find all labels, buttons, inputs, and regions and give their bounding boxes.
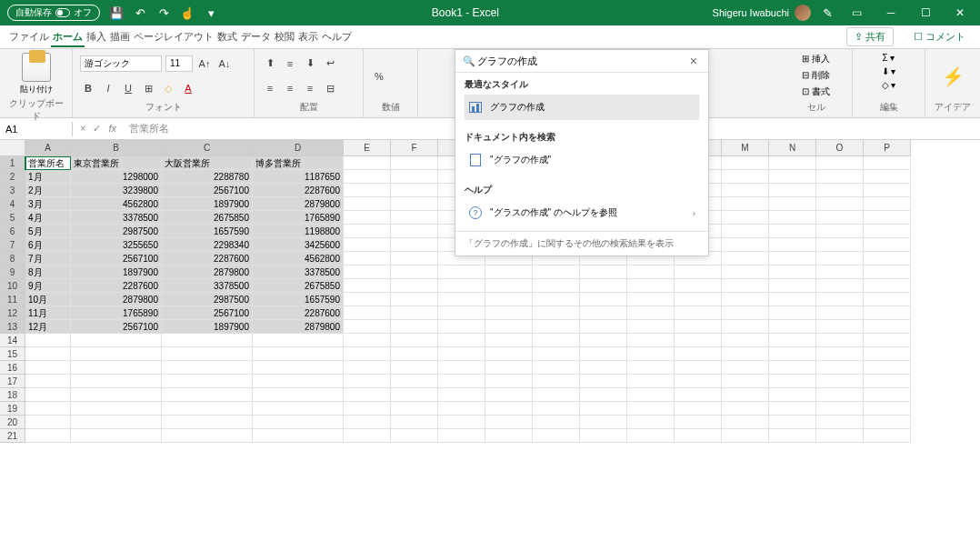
cell[interactable] (25, 402, 71, 416)
cell[interactable]: 3255650 (71, 238, 162, 252)
cell[interactable] (769, 416, 816, 429)
cell[interactable] (769, 197, 816, 211)
cell[interactable] (627, 279, 675, 293)
cell[interactable] (769, 184, 816, 197)
cell[interactable]: 2月 (25, 184, 71, 197)
cell[interactable] (25, 347, 71, 361)
row-header[interactable]: 1 (0, 156, 25, 170)
cell[interactable] (580, 402, 627, 416)
wrap-text-icon[interactable]: ↩ (322, 55, 338, 72)
cell[interactable] (533, 334, 580, 347)
cell[interactable] (71, 375, 162, 388)
cell[interactable] (391, 388, 438, 402)
cell[interactable] (438, 334, 485, 347)
cell[interactable] (816, 252, 864, 265)
cell[interactable] (627, 306, 675, 320)
border-icon[interactable]: ⊞ (140, 80, 156, 96)
cell[interactable] (864, 388, 911, 402)
cell[interactable] (533, 265, 580, 279)
cell[interactable] (722, 279, 769, 293)
cell[interactable] (485, 306, 533, 320)
cell[interactable] (391, 429, 438, 443)
tab-描画[interactable]: 描画 (108, 27, 132, 45)
cell[interactable] (391, 197, 438, 211)
cell[interactable] (769, 334, 816, 347)
cell[interactable]: 2288780 (162, 170, 253, 184)
name-box[interactable]: A1 (0, 122, 73, 136)
tab-ホーム[interactable]: ホーム (51, 27, 85, 47)
align-bottom-icon[interactable]: ⬇ (302, 55, 318, 72)
save-icon[interactable]: 💾 (109, 5, 124, 20)
cell[interactable] (438, 388, 485, 402)
cell[interactable]: 2987500 (162, 293, 253, 306)
cell[interactable] (864, 252, 911, 265)
format-cells-button[interactable]: ⊡ 書式 (802, 85, 830, 98)
cell[interactable] (769, 429, 816, 443)
cell[interactable] (580, 361, 627, 375)
cell[interactable] (71, 402, 162, 416)
cell[interactable] (864, 416, 911, 429)
cell[interactable] (722, 347, 769, 361)
row-header[interactable]: 12 (0, 306, 25, 320)
paste-icon[interactable] (22, 53, 51, 82)
tab-表示[interactable]: 表示 (296, 27, 320, 45)
tab-ヘルプ[interactable]: ヘルプ (320, 27, 354, 45)
cell[interactable] (627, 334, 675, 347)
cell[interactable] (675, 279, 722, 293)
cell[interactable]: 1298000 (71, 170, 162, 184)
cell[interactable] (722, 252, 769, 265)
font-color-icon[interactable]: A (180, 80, 196, 96)
cell[interactable] (485, 402, 533, 416)
cell[interactable] (722, 211, 769, 225)
row-header[interactable]: 16 (0, 361, 25, 375)
cell[interactable] (344, 211, 391, 225)
cell[interactable] (675, 375, 722, 388)
cell[interactable] (769, 252, 816, 265)
align-top-icon[interactable]: ⬆ (262, 55, 278, 72)
clear-button[interactable]: ◇ ▾ (882, 80, 896, 90)
cell[interactable] (580, 265, 627, 279)
cell[interactable] (864, 293, 911, 306)
cell[interactable]: 4562800 (71, 197, 162, 211)
cell[interactable] (391, 170, 438, 184)
cell[interactable] (253, 416, 344, 429)
cell[interactable] (722, 156, 769, 170)
cell[interactable] (816, 306, 864, 320)
cell[interactable] (580, 416, 627, 429)
cell[interactable] (438, 402, 485, 416)
cell[interactable] (71, 334, 162, 347)
cell[interactable] (816, 293, 864, 306)
cell[interactable] (438, 279, 485, 293)
cell[interactable] (391, 347, 438, 361)
cell[interactable]: 2287600 (253, 306, 344, 320)
col-header-O[interactable]: O (816, 140, 864, 156)
cell[interactable] (391, 375, 438, 388)
cell[interactable]: 11月 (25, 306, 71, 320)
cell[interactable] (344, 238, 391, 252)
cell[interactable] (162, 388, 253, 402)
cell[interactable] (816, 211, 864, 225)
cell[interactable] (438, 361, 485, 375)
cell[interactable] (162, 416, 253, 429)
cell[interactable] (25, 361, 71, 375)
cell[interactable] (580, 293, 627, 306)
cell[interactable]: 9月 (25, 279, 71, 293)
cell[interactable] (580, 279, 627, 293)
cell[interactable] (391, 361, 438, 375)
row-header[interactable]: 5 (0, 211, 25, 225)
cell[interactable]: 2675850 (253, 279, 344, 293)
cell[interactable] (533, 402, 580, 416)
cell[interactable] (675, 306, 722, 320)
cell[interactable]: 2879800 (162, 265, 253, 279)
cell[interactable] (722, 170, 769, 184)
cell[interactable] (722, 416, 769, 429)
cell[interactable] (816, 225, 864, 238)
cell[interactable]: 4月 (25, 211, 71, 225)
cell[interactable] (864, 211, 911, 225)
cell[interactable] (391, 334, 438, 347)
cell[interactable] (533, 416, 580, 429)
cell[interactable] (769, 347, 816, 361)
col-header-E[interactable]: E (344, 140, 391, 156)
cell[interactable]: 3425600 (253, 238, 344, 252)
font-name-select[interactable] (80, 55, 162, 72)
